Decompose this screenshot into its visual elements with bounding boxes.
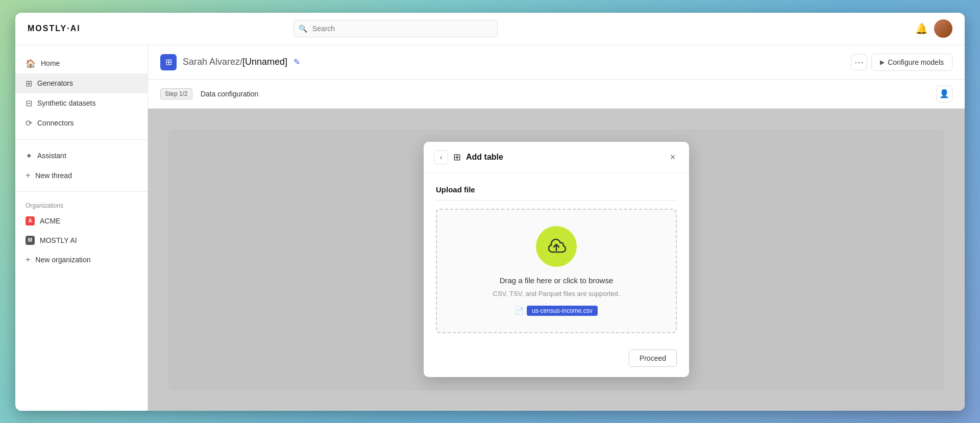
upload-cloud-icon bbox=[545, 235, 568, 258]
step-bar: Step 1/2 Data configuration 👤 bbox=[148, 80, 965, 109]
page-owner: Sarah Alvarez/ bbox=[183, 57, 242, 67]
sidebar-item-label: ACME bbox=[40, 217, 60, 225]
sidebar-item-new-org[interactable]: + New organization bbox=[15, 250, 148, 269]
sidebar-item-connectors[interactable]: ⟳ Connectors bbox=[15, 113, 148, 133]
top-bar-right: 🔔 bbox=[915, 19, 952, 38]
content-area: ⊞ Sarah Alvarez/[Unnamed] ✎ ⋯ ▶ Configur… bbox=[148, 45, 965, 411]
modal-footer: Proceed bbox=[424, 343, 689, 377]
configure-label: Configure models bbox=[888, 58, 944, 66]
sidebar-item-label: Generators bbox=[37, 79, 73, 87]
sidebar-item-generators[interactable]: ⊞ Generators bbox=[15, 73, 148, 93]
sidebar-divider bbox=[15, 139, 148, 140]
modal-back-button[interactable]: ‹ bbox=[434, 150, 448, 164]
search-icon: 🔍 bbox=[299, 24, 307, 33]
sidebar-divider-2 bbox=[15, 191, 148, 192]
modal-header: ‹ ⊞ Add table × bbox=[424, 142, 689, 173]
file-name-badge: us-census-income.csv bbox=[527, 306, 598, 316]
person-icon[interactable]: 👤 bbox=[936, 86, 952, 102]
sidebar-item-home[interactable]: 🏠 Home bbox=[15, 54, 148, 73]
sidebar-item-synthetic-datasets[interactable]: ⊟ Synthetic datasets bbox=[15, 93, 148, 113]
sidebar-item-label: Connectors bbox=[37, 119, 74, 127]
sidebar-item-label: Home bbox=[41, 59, 60, 67]
step-badge: Step 1/2 bbox=[160, 88, 192, 99]
modal-title: Add table bbox=[466, 153, 503, 162]
generators-icon: ⊞ bbox=[26, 79, 32, 88]
synthetic-datasets-icon: ⊟ bbox=[26, 98, 32, 108]
sidebar-item-label: New organization bbox=[35, 256, 90, 264]
edit-icon[interactable]: ✎ bbox=[293, 57, 300, 67]
page-header: ⊞ Sarah Alvarez/[Unnamed] ✎ ⋯ ▶ Configur… bbox=[148, 45, 965, 80]
sidebar: 🏠 Home ⊞ Generators ⊟ Synthetic datasets… bbox=[15, 45, 148, 411]
upload-supported-text: CSV, TSV, and Parquet files are supporte… bbox=[493, 290, 620, 297]
app-logo: MOSTLY·AI bbox=[28, 24, 81, 33]
upload-cloud-circle bbox=[536, 226, 577, 267]
sidebar-item-mostly-ai[interactable]: M MOSTLY AI bbox=[15, 231, 148, 250]
sidebar-item-label: MOSTLY AI bbox=[40, 236, 77, 244]
page-title: Sarah Alvarez/[Unnamed] bbox=[183, 57, 287, 67]
search-input[interactable] bbox=[293, 20, 498, 37]
sidebar-item-label: Assistant bbox=[37, 152, 66, 160]
page-name: [Unnamed] bbox=[242, 57, 287, 67]
plus-icon: + bbox=[26, 171, 30, 180]
avatar[interactable] bbox=[934, 19, 952, 38]
page-icon: ⊞ bbox=[160, 54, 177, 70]
step-name: Data configuration bbox=[201, 90, 259, 98]
upload-section-label: Upload file bbox=[436, 185, 677, 201]
file-icon: 📄 bbox=[515, 307, 524, 315]
upload-dropzone[interactable]: Drag a file here or click to browse CSV,… bbox=[436, 209, 677, 333]
proceed-button[interactable]: Proceed bbox=[629, 350, 677, 367]
sidebar-item-acme[interactable]: A ACME bbox=[15, 211, 148, 231]
more-options-button[interactable]: ⋯ bbox=[851, 54, 867, 70]
configure-models-button[interactable]: ▶ Configure models bbox=[871, 54, 952, 71]
organizations-section-label: Organizations bbox=[15, 198, 148, 211]
upload-drag-text: Drag a file here or click to browse bbox=[500, 276, 614, 285]
mostly-ai-org-dot: M bbox=[26, 236, 35, 245]
modal-title-icon: ⊞ bbox=[453, 152, 461, 163]
sidebar-item-new-thread[interactable]: + New thread bbox=[15, 166, 148, 185]
content-background: ‹ ⊞ Add table × Upload file bbox=[148, 109, 965, 411]
assistant-icon: ✦ bbox=[26, 151, 32, 161]
play-icon: ▶ bbox=[880, 59, 885, 66]
header-actions: ⋯ ▶ Configure models bbox=[851, 54, 952, 71]
upload-file-tag: 📄 us-census-income.csv bbox=[515, 306, 598, 316]
add-table-modal: ‹ ⊞ Add table × Upload file bbox=[424, 142, 689, 377]
sidebar-item-label: New thread bbox=[35, 171, 72, 180]
top-bar: MOSTLY·AI 🔍 🔔 bbox=[15, 13, 965, 45]
search-bar: 🔍 bbox=[293, 20, 498, 37]
acme-org-dot: A bbox=[26, 216, 35, 226]
sidebar-item-assistant[interactable]: ✦ Assistant bbox=[15, 146, 148, 166]
main-layout: 🏠 Home ⊞ Generators ⊟ Synthetic datasets… bbox=[15, 45, 965, 411]
bell-icon[interactable]: 🔔 bbox=[915, 22, 928, 35]
home-icon: 🏠 bbox=[26, 59, 36, 68]
modal-close-button[interactable]: × bbox=[667, 151, 679, 163]
modal-overlay: ‹ ⊞ Add table × Upload file bbox=[148, 109, 965, 411]
modal-body: Upload file Drag a file here or click to… bbox=[424, 173, 689, 343]
sidebar-item-label: Synthetic datasets bbox=[37, 99, 95, 107]
plus-org-icon: + bbox=[26, 255, 30, 264]
connectors-icon: ⟳ bbox=[26, 118, 32, 128]
